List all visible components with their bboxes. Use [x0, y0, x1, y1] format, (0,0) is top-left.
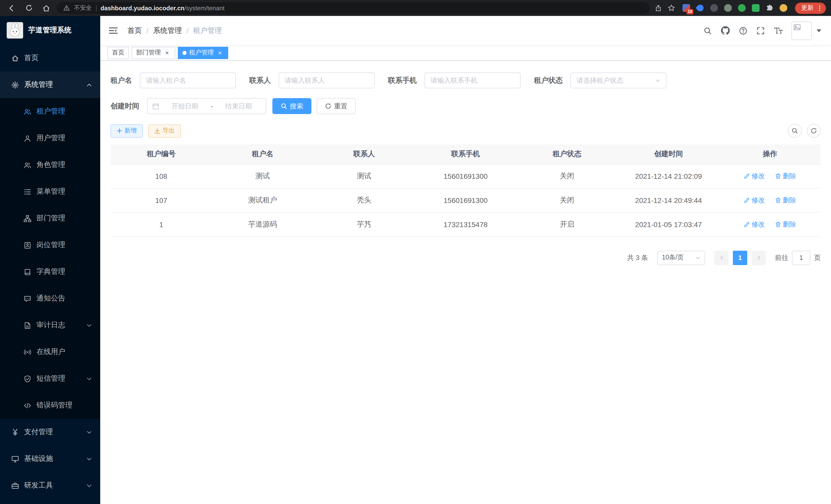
search-icon: [281, 103, 287, 110]
search-button[interactable]: 搜索: [273, 98, 311, 114]
extension-2[interactable]: [696, 4, 705, 12]
add-button[interactable]: 新增: [111, 124, 143, 138]
app-logo[interactable]: 芋道管理系统: [0, 16, 100, 45]
dict-icon: [23, 268, 31, 276]
filter-create-time: 创建时间 开始日期 - 结束日期: [111, 98, 266, 114]
table-body: 108 测试 测试 15601691300 关闭 2021-12-14 21:0…: [111, 164, 821, 236]
tag-租户管理[interactable]: 租户管理×: [178, 47, 228, 59]
sidebar-item-menu[interactable]: 菜单管理: [0, 178, 100, 205]
system-icon: [11, 81, 19, 89]
contact-input[interactable]: [279, 72, 375, 88]
sidebar-item-notice[interactable]: 通知公告: [0, 285, 100, 312]
cell-created: 2021-12-14 21:02:09: [618, 164, 719, 188]
bookmark-star-icon[interactable]: [667, 4, 675, 12]
sidebar-item-dept[interactable]: 部门管理: [0, 205, 100, 232]
extension-6[interactable]: [751, 4, 760, 12]
sidebar-item-pay[interactable]: 支付管理: [0, 419, 100, 445]
sidebar-item-error-code[interactable]: 错误码管理: [0, 392, 100, 419]
reload-button[interactable]: [23, 2, 35, 14]
url-path: /system/tenant: [184, 4, 225, 11]
sidebar-item-system[interactable]: 系统管理: [0, 71, 100, 98]
dept-icon: [23, 214, 31, 222]
menu-kebab-icon[interactable]: [816, 4, 823, 11]
column-header: 租户编号: [111, 144, 212, 164]
page-number-1[interactable]: 1: [733, 250, 747, 265]
url-text[interactable]: dashboard.yudao.iocoder.cn/system/tenant: [101, 4, 225, 11]
column-header: 联系手机: [415, 144, 516, 164]
delete-button[interactable]: 删除: [775, 219, 796, 229]
sidebar-item-home[interactable]: 首页: [0, 45, 100, 71]
share-icon[interactable]: [655, 4, 662, 11]
avatar[interactable]: [792, 21, 812, 40]
chevron-left-icon: [719, 255, 724, 261]
chevron-down-icon: [655, 78, 660, 83]
sidebar-item-dict[interactable]: 字典管理: [0, 259, 100, 285]
browser-toolbar-right: 10 更新: [650, 2, 826, 13]
search-icon[interactable]: [701, 24, 714, 37]
edit-button[interactable]: 修改: [744, 171, 765, 181]
page-unit-label: 页: [814, 253, 821, 262]
refresh-icon: [325, 103, 332, 110]
github-icon[interactable]: [718, 24, 732, 37]
help-icon[interactable]: [737, 24, 750, 37]
navbar-right: [701, 21, 823, 40]
tenant-status-select[interactable]: 请选择租户状态: [570, 72, 666, 88]
breadcrumb-separator: /: [146, 26, 148, 35]
edit-button[interactable]: 修改: [744, 219, 765, 229]
tag-部门管理[interactable]: 部门管理×: [132, 47, 175, 59]
chevron-down-icon: [86, 456, 92, 462]
sidebar-item-dev-tool[interactable]: 研发工具: [0, 472, 100, 499]
date-range-picker[interactable]: 开始日期 - 结束日期: [147, 98, 266, 114]
caret-down-icon[interactable]: [815, 28, 823, 34]
profile-avatar[interactable]: [779, 4, 788, 12]
tag-首页[interactable]: 首页: [107, 47, 129, 59]
toggle-search-button[interactable]: [788, 124, 802, 138]
total-count: 共 3 条: [627, 253, 648, 262]
home-button[interactable]: [40, 2, 52, 14]
contact-label: 联系人: [249, 76, 271, 85]
close-icon[interactable]: ×: [217, 49, 224, 56]
extension-3[interactable]: [710, 4, 718, 12]
page-size-select[interactable]: 10条/页: [657, 250, 705, 265]
sidebar-item-user[interactable]: 用户管理: [0, 125, 100, 152]
breadcrumb-item[interactable]: 系统管理: [153, 26, 182, 35]
page-content: 租户名 联系人 联系手机 租户状态: [100, 61, 831, 504]
security-label[interactable]: 不安全: [74, 4, 92, 12]
tenant-name-input[interactable]: [140, 72, 236, 88]
goto-page-input[interactable]: [792, 250, 810, 265]
delete-button[interactable]: 删除: [775, 171, 796, 181]
tags-view: 首页部门管理×租户管理×: [100, 45, 831, 61]
sidebar-item-sms[interactable]: 短信管理: [0, 365, 100, 392]
update-button[interactable]: 更新: [795, 2, 826, 13]
breadcrumb-item[interactable]: 首页: [127, 26, 142, 35]
back-button[interactable]: [5, 2, 18, 14]
extension-1[interactable]: 10: [682, 4, 691, 12]
font-size-icon[interactable]: [771, 24, 785, 37]
close-icon[interactable]: ×: [164, 49, 171, 56]
mobile-input[interactable]: [425, 72, 521, 88]
browser-extensions-puzzle[interactable]: [765, 4, 774, 12]
download-icon: [154, 128, 160, 134]
sidebar-item-post[interactable]: 岗位管理: [0, 232, 100, 259]
sidebar-item-role[interactable]: 角色管理: [0, 152, 100, 178]
sidebar-item-online-user[interactable]: 在线用户: [0, 338, 100, 365]
reset-button[interactable]: 重置: [317, 98, 355, 114]
delete-button[interactable]: 删除: [775, 196, 796, 205]
prev-page-button[interactable]: [714, 250, 729, 265]
cell-tenant-id: 108: [111, 164, 212, 188]
address-bar[interactable]: 不安全 dashboard.yudao.iocoder.cn/system/te…: [57, 2, 650, 14]
sidebar-item-infra[interactable]: 基础设施: [0, 445, 100, 472]
hamburger-icon[interactable]: [109, 26, 121, 35]
sidebar-item-tenant[interactable]: 租户管理: [0, 98, 100, 125]
next-page-button[interactable]: [751, 250, 766, 265]
refresh-table-button[interactable]: [807, 124, 821, 138]
extension-4[interactable]: [724, 4, 732, 12]
cell-actions: 修改 删除: [719, 212, 821, 236]
table-row: 1 芋道源码 芋艿 17321315478 开启 2021-01-05 17:0…: [111, 212, 821, 236]
sidebar-item-audit-log[interactable]: 审计日志: [0, 312, 100, 338]
export-button[interactable]: 导出: [148, 124, 181, 138]
edit-button[interactable]: 修改: [744, 196, 765, 205]
extension-5[interactable]: [738, 4, 746, 12]
post-icon: [23, 241, 31, 249]
fullscreen-icon[interactable]: [754, 24, 767, 37]
